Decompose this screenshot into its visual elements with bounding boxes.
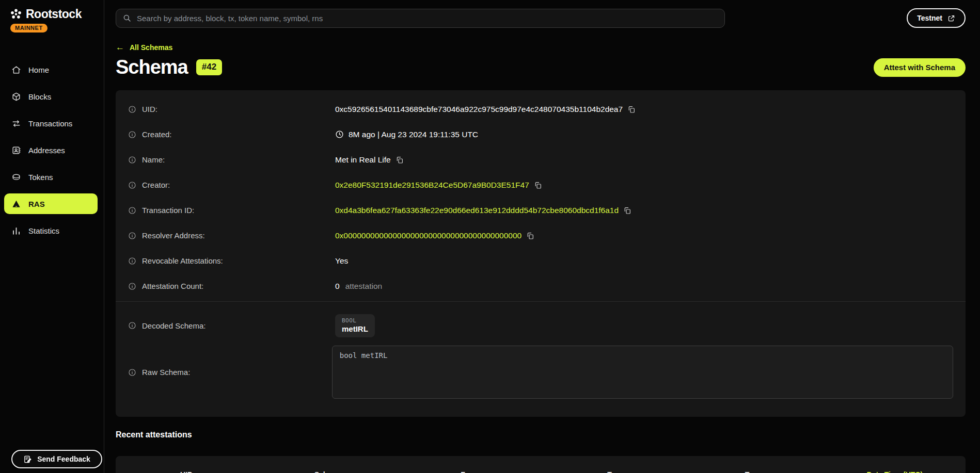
attestations-table-header: UID Schema From To Type Date Time (UTC)	[116, 464, 966, 473]
back-to-all-schemas-link[interactable]: ← All Schemas	[116, 43, 172, 52]
info-icon[interactable]	[128, 368, 136, 377]
topbar: Testnet	[116, 0, 966, 28]
column-header-datetime[interactable]: Date Time (UTC)	[824, 470, 966, 473]
uid-value: 0xc59265615401143689cbfe73046a922c975c99…	[335, 105, 623, 114]
column-header-schema: Schema	[257, 470, 399, 473]
copy-icon[interactable]	[396, 156, 404, 164]
coin-icon	[11, 172, 21, 182]
attestation-count-suffix: attestation	[345, 282, 383, 291]
attestations-table: UID Schema From To Type Date Time (UTC)	[116, 456, 966, 473]
sidebar-item-addresses[interactable]: Addresses	[4, 140, 98, 160]
clock-icon	[335, 130, 344, 139]
transfer-arrows-icon	[11, 119, 21, 128]
cube-icon	[11, 92, 21, 102]
resolver-address-link[interactable]: 0x00000000000000000000000000000000000000…	[335, 231, 521, 240]
rootstock-logo[interactable]: Rootstock	[9, 7, 104, 21]
title-row: Schema #42 Attest with Schema	[116, 56, 966, 78]
network-badge: MAINNET	[10, 24, 48, 32]
arrow-left-icon: ←	[116, 43, 124, 52]
name-value: Met in Real Life	[335, 155, 391, 165]
main-content: Testnet ← All Schemas Schema #42 Attest …	[105, 0, 980, 473]
copy-icon[interactable]	[627, 105, 636, 113]
column-header-from: From	[399, 470, 541, 473]
testnet-switch-button[interactable]: Testnet	[907, 8, 966, 28]
detail-row-attestation-count: Attestation Count: 0 attestation	[128, 273, 953, 299]
copy-icon[interactable]	[534, 181, 542, 189]
bar-chart-icon	[11, 226, 21, 236]
detail-row-creator: Creator: 0x2e80F532191de291536B24Ce5D67a…	[128, 172, 953, 198]
external-link-icon	[947, 14, 955, 22]
sidebar-item-transactions[interactable]: Transactions	[4, 113, 98, 134]
search-box	[116, 9, 725, 28]
search-input[interactable]	[137, 14, 718, 23]
sidebar-item-label: RAS	[28, 200, 45, 208]
sidebar-item-label: Statistics	[28, 226, 59, 235]
brand-name: Rootstock	[26, 7, 82, 21]
detail-label: Created:	[142, 130, 172, 139]
schema-field-type: BOOL	[342, 317, 368, 324]
attest-with-schema-button[interactable]: Attest with Schema	[874, 58, 966, 77]
sidebar-item-tokens[interactable]: Tokens	[4, 167, 98, 187]
detail-label: Revocable Attestations:	[142, 256, 223, 265]
revocable-value: Yes	[335, 256, 348, 266]
info-icon[interactable]	[128, 282, 136, 290]
info-icon[interactable]	[128, 181, 136, 189]
feedback-label: Send Feedback	[37, 455, 90, 463]
decoded-schema-chip: BOOL metIRL	[335, 314, 375, 337]
page-title: Schema	[116, 56, 188, 78]
sidebar-item-label: Home	[28, 66, 49, 74]
sidebar-item-label: Transactions	[28, 119, 72, 128]
detail-row-created: Created: 8M ago | Aug 23 2024 19:11:35 U…	[128, 122, 953, 147]
detail-row-resolver-address: Resolver Address: 0x00000000000000000000…	[128, 223, 953, 248]
detail-label: Decoded Schema:	[142, 321, 206, 330]
info-icon[interactable]	[128, 156, 136, 164]
home-icon	[11, 65, 21, 75]
attestation-count-value: 0	[335, 282, 340, 291]
detail-label: Raw Schema:	[142, 368, 190, 377]
column-header-uid: UID	[116, 470, 257, 473]
feedback-pencil-icon	[23, 455, 32, 464]
sidebar-item-label: Blocks	[28, 92, 51, 101]
sidebar: Rootstock MAINNET Home Blocks Transactio…	[0, 0, 104, 473]
column-header-to: To	[541, 470, 682, 473]
info-icon[interactable]	[128, 206, 136, 215]
sidebar-item-ras[interactable]: RAS	[4, 193, 98, 214]
search-icon	[122, 13, 132, 23]
copy-icon[interactable]	[526, 232, 534, 240]
info-icon[interactable]	[128, 232, 136, 240]
schema-id-badge: #42	[196, 59, 222, 75]
info-icon[interactable]	[128, 321, 136, 330]
card-divider	[116, 301, 966, 302]
info-icon[interactable]	[128, 131, 136, 139]
detail-row-raw-schema: Raw Schema: bool metIRL	[128, 346, 953, 399]
schema-field-name: metIRL	[342, 324, 368, 333]
ras-triangle-icon	[11, 199, 21, 209]
detail-label: UID:	[142, 105, 157, 113]
sidebar-nav: Home Blocks Transactions Addresses Token…	[0, 59, 104, 241]
detail-row-name: Name: Met in Real Life	[128, 147, 953, 172]
info-icon[interactable]	[128, 105, 136, 113]
schema-details-card: UID: 0xc59265615401143689cbfe73046a922c9…	[116, 90, 966, 417]
detail-label: Resolver Address:	[142, 231, 205, 240]
testnet-label: Testnet	[917, 14, 942, 22]
detail-label: Creator:	[142, 181, 170, 189]
back-link-label: All Schemas	[130, 43, 172, 52]
sidebar-item-blocks[interactable]: Blocks	[4, 86, 98, 107]
created-value: 8M ago | Aug 23 2024 19:11:35 UTC	[349, 130, 478, 139]
creator-address-link[interactable]: 0x2e80F532191de291536B24Ce5D67a9B0D3E51F…	[335, 181, 529, 190]
transaction-id-link[interactable]: 0xd4a3b6fea627fa63363fe22e90d66ed613e912…	[335, 206, 619, 215]
contact-card-icon	[11, 145, 21, 155]
sidebar-item-label: Addresses	[28, 146, 65, 155]
rootstock-logo-icon	[9, 8, 23, 21]
column-header-type: Type	[682, 470, 824, 473]
sidebar-item-statistics[interactable]: Statistics	[4, 220, 98, 241]
info-icon[interactable]	[128, 257, 136, 265]
send-feedback-button[interactable]: Send Feedback	[11, 450, 102, 468]
detail-row-revocable: Revocable Attestations: Yes	[128, 248, 953, 273]
copy-icon[interactable]	[623, 206, 631, 215]
detail-row-transaction-id: Transaction ID: 0xd4a3b6fea627fa63363fe2…	[128, 198, 953, 223]
sidebar-item-home[interactable]: Home	[4, 59, 98, 80]
raw-schema-textarea[interactable]: bool metIRL	[332, 346, 953, 399]
detail-label: Name:	[142, 155, 165, 164]
detail-label: Transaction ID:	[142, 206, 194, 215]
